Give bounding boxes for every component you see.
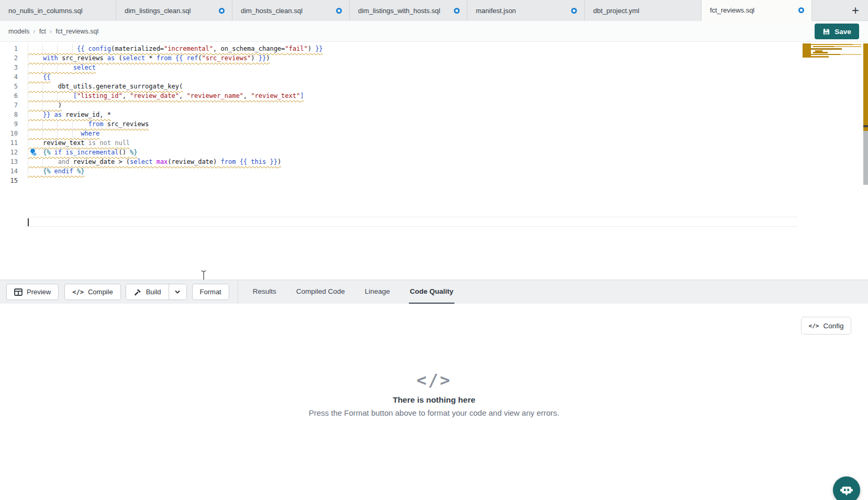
format-button-label: Format — [200, 288, 221, 296]
breadcrumb-separator-icon: › — [33, 27, 35, 35]
line-number: 2 — [0, 53, 18, 63]
code-line[interactable]: 15 — [0, 176, 868, 185]
file-tab-label: dim_listings_with_hosts.sql — [358, 7, 449, 15]
unsaved-changes-dot-icon — [336, 8, 342, 14]
file-tab-label: no_nulls_in_columns.sql — [8, 7, 108, 15]
file-tab[interactable]: dbt_project.yml — [585, 0, 702, 21]
build-button[interactable]: Build — [126, 284, 169, 299]
line-number: 6 — [0, 91, 18, 101]
build-button-label: Build — [146, 288, 161, 296]
preview-button-label: Preview — [27, 288, 51, 296]
save-button[interactable]: Save — [815, 24, 859, 39]
panel-tab-compiled-code[interactable]: Compiled Code — [295, 280, 346, 304]
code-line[interactable]: 13 and review_date > (select max(review_… — [0, 157, 868, 166]
breadcrumb-item-fct[interactable]: fct — [39, 28, 46, 35]
file-tab[interactable]: dim_listings_with_hosts.sql — [350, 0, 468, 21]
robot-chat-icon — [839, 483, 854, 497]
config-button[interactable]: </> Config — [801, 317, 851, 335]
panel-tabs: ResultsCompiled CodeLineageCode Quality — [252, 280, 454, 304]
bottom-toolbar: Preview </> Compile Build Format R — [0, 280, 868, 304]
file-tab[interactable]: dim_hosts_clean.sql — [232, 0, 350, 21]
code-line[interactable]: 3 select — [0, 63, 868, 72]
preview-button[interactable]: Preview — [6, 284, 59, 300]
editor-scrollbar[interactable] — [863, 43, 868, 280]
file-tab-label: dim_listings_clean.sql — [125, 7, 214, 15]
line-number: 3 — [0, 63, 18, 72]
panel-tab-lineage[interactable]: Lineage — [364, 280, 391, 304]
unsaved-changes-dot-icon — [454, 8, 460, 14]
line-number: 13 — [0, 157, 18, 166]
editor-tab-bar: no_nulls_in_columns.sqldim_listings_clea… — [0, 0, 868, 21]
current-line-highlight — [25, 217, 798, 227]
cursor-overview-mark — [863, 125, 868, 127]
unsaved-changes-dot-icon — [219, 8, 225, 14]
empty-state: </> There is nothing here Press the Form… — [0, 370, 868, 417]
line-number: 9 — [0, 119, 18, 129]
line-number: 4 — [0, 72, 18, 82]
build-split-button: Build — [126, 284, 187, 300]
line-number: 15 — [0, 176, 18, 185]
code-line[interactable]: 14 {% endif %} — [0, 166, 868, 176]
compile-button-label: Compile — [88, 288, 113, 296]
compile-button[interactable]: </> Compile — [64, 284, 120, 300]
file-tab-label: manifest.json — [476, 7, 566, 15]
code-line[interactable]: 8 }} as review_id, * — [0, 110, 868, 119]
empty-state-subtitle: Press the Format button above to format … — [0, 408, 868, 417]
code-line[interactable]: 2 with src_reviews as (select * from {{ … — [0, 53, 868, 63]
chatbot-button[interactable] — [833, 476, 860, 500]
code-line[interactable]: 9 from src_reviews — [0, 119, 868, 129]
config-button-label: Config — [823, 322, 843, 330]
code-line[interactable]: 1 {{ config(materialized="incremental", … — [0, 44, 868, 53]
file-tab[interactable]: manifest.json — [468, 0, 585, 21]
breadcrumb-bar: models › fct › fct_reviews.sql Save — [0, 21, 868, 42]
code-line[interactable]: 6 ["listing_id", "review_date", "reviewe… — [0, 91, 868, 101]
line-number: 8 — [0, 110, 18, 119]
code-line[interactable]: 4 {{ — [0, 72, 868, 82]
warning-overview-marks — [863, 43, 868, 131]
file-tab[interactable]: fct_reviews.sql — [702, 0, 812, 21]
quick-fix-lightbulb-icon[interactable] — [29, 148, 37, 157]
file-tab-label: dim_hosts_clean.sql — [241, 7, 331, 15]
file-tab-label: dbt_project.yml — [593, 7, 694, 15]
line-number: 14 — [0, 166, 18, 176]
line-number: 7 — [0, 101, 18, 110]
code-icon: </> — [72, 288, 84, 296]
panel-tab-results[interactable]: Results — [252, 280, 277, 304]
panel-tab-code-quality[interactable]: Code Quality — [409, 280, 454, 304]
line-number: 11 — [0, 138, 18, 148]
code-line[interactable]: 10 where — [0, 129, 868, 138]
line-number: 12 — [0, 148, 18, 157]
format-button[interactable]: Format — [192, 284, 229, 300]
build-dropdown-chevron[interactable] — [169, 284, 186, 299]
save-icon — [822, 28, 830, 36]
file-tab[interactable]: no_nulls_in_columns.sql — [0, 0, 116, 21]
code-line[interactable]: 11 review_text is not null — [0, 138, 868, 148]
code-quality-panel: </> Config </> There is nothing here Pre… — [0, 304, 868, 500]
breadcrumb-item-models[interactable]: models — [8, 28, 29, 35]
file-tab[interactable]: dim_listings_clean.sql — [116, 0, 232, 21]
file-tab-label: fct_reviews.sql — [710, 6, 793, 14]
toolbar-divider — [238, 280, 238, 304]
breadcrumb-item-file[interactable]: fct_reviews.sql — [55, 28, 98, 35]
empty-state-title: There is nothing here — [0, 395, 868, 405]
line-number: 1 — [0, 44, 18, 53]
code-line[interactable]: 5 dbt_utils.generate_surrogate_key( — [0, 82, 868, 91]
breadcrumb-separator-icon: › — [50, 27, 52, 35]
new-tab-button[interactable]: + — [846, 0, 865, 20]
unsaved-changes-dot-icon — [798, 7, 804, 13]
code-icon: </> — [0, 370, 868, 391]
code-line[interactable]: 7 ) — [0, 101, 868, 110]
editor-minimap[interactable] — [803, 43, 861, 75]
code-icon: </> — [809, 323, 819, 329]
table-icon — [14, 288, 23, 296]
unsaved-changes-dot-icon — [571, 8, 577, 14]
line-number: 10 — [0, 129, 18, 138]
hammer-icon — [133, 288, 142, 296]
code-editor[interactable]: 1 {{ config(materialized="incremental", … — [0, 42, 868, 280]
chevron-down-icon — [174, 288, 181, 296]
save-button-label: Save — [834, 28, 851, 36]
line-number: 5 — [0, 82, 18, 91]
text-caret — [28, 218, 29, 226]
code-line[interactable]: 12 {% if is_incremental() %} — [0, 148, 868, 157]
